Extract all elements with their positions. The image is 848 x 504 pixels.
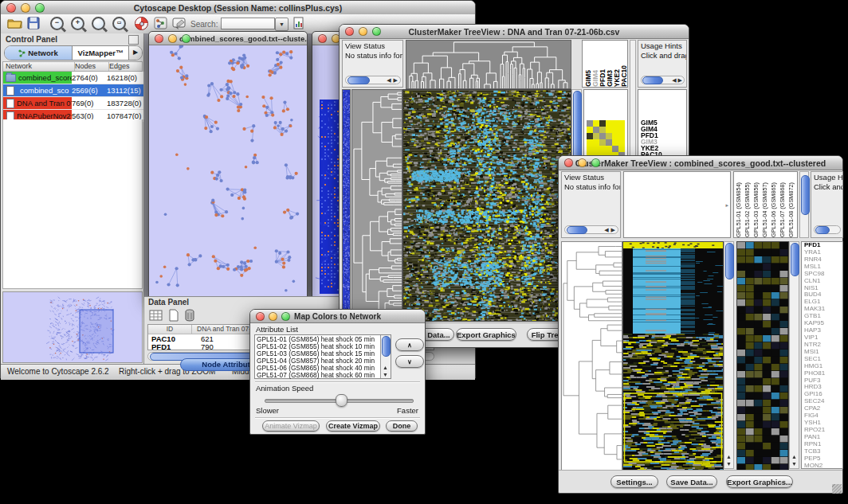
tv2-collabel-scrollbar[interactable] [799,171,809,238]
slider-thumb[interactable] [336,394,347,407]
gene-label[interactable]: CPA2 [804,405,842,412]
gene-label[interactable]: MON2 [804,463,842,469]
tv2-column-label[interactable]: GPL51-02 (GSM855) [744,182,752,237]
save-session-icon[interactable] [27,17,43,31]
tv2-zoom-heatmap[interactable] [736,241,789,471]
tv1-column-label[interactable]: PAC10 [620,65,627,87]
treeview2-titlebar[interactable]: ClusterMaker TreeView : combined_scores_… [559,156,842,170]
move-up-button[interactable]: ∧ [395,338,424,351]
tv2-heatmap-vscrollbar[interactable]: ▲ ▼ [724,241,734,469]
create-vizmap-button[interactable]: Create Vizmap [326,420,380,432]
tv1-column-label[interactable]: PFD1 [599,69,606,87]
export-graphics-button[interactable]: Export Graphics... [726,475,793,488]
gene-label[interactable]: RNR4 [804,256,842,264]
network-overview-icon[interactable] [154,17,170,31]
gene-label[interactable]: HRD3 [804,384,842,391]
gene-label[interactable]: PAN1 [804,434,842,441]
gene-label[interactable]: HMG1 [804,363,842,370]
annotation-icon[interactable] [172,17,188,31]
gene-label[interactable]: YSH1 [804,420,842,427]
dialog-titlebar[interactable]: Map Colors to Network [250,310,425,323]
tv2-column-label[interactable]: GPL51-01 (GSM854) [735,182,744,237]
save-data-button[interactable]: Save Data... [666,475,717,488]
col-header-edges[interactable]: Edges [109,62,142,71]
gene-label[interactable]: GTB1 [804,313,842,320]
zoom-in-icon[interactable]: + [71,17,87,31]
done-button[interactable]: Done [386,420,418,432]
network-row[interactable]: DNA and Tran 07769(0)183728(0) [3,97,143,110]
attribute-list-scrollbar[interactable]: ▲ ▼ [380,335,391,378]
attribute-item[interactable]: GPL51-03 (GSM856) heat shock 15 min [255,350,379,357]
help-icon[interactable] [135,17,151,31]
gene-label[interactable]: SEC24 [804,398,842,405]
animation-speed-slider[interactable] [265,394,412,405]
settings-button[interactable]: Settings... [610,475,658,488]
zoom-button[interactable] [372,27,381,36]
tv1-column-label[interactable]: GIM3 [606,70,613,87]
network-row[interactable]: combined_sco2569(6)13112(15) [3,84,143,97]
zoom-selected-icon[interactable] [92,17,108,31]
tv1-global-overview-strip[interactable] [342,89,351,322]
resize-grip[interactable] [832,484,842,494]
attribute-select-icon[interactable] [149,309,163,325]
gene-label[interactable]: PFD1 [804,242,842,249]
zoom-button[interactable] [591,158,600,167]
gene-label[interactable]: HAP3 [804,327,842,334]
animate-vizmap-button[interactable]: Animate Vizmap [262,420,320,432]
minimize-button[interactable] [21,3,30,13]
treeview1-titlebar[interactable]: ClusterMaker TreeView : DNA and Tran 07-… [340,25,689,39]
attribute-item[interactable]: GPL51-04 (GSM857) heat shock 20 min [255,357,379,365]
close-button[interactable] [318,34,327,43]
attribute-item[interactable]: GPL51-07 (GSM868) heat shock 60 min [255,372,379,379]
zoom-fit-icon[interactable]: ▭ [112,17,128,31]
tv2-column-label[interactable]: GPL51-07 (GSM868) [779,182,787,237]
gene-label[interactable]: KAP95 [804,320,842,327]
zoom-button[interactable] [35,3,45,13]
tv2-zoom-vscrollbar[interactable]: ▲ ▼ [789,241,799,469]
tab-vizmapper[interactable]: VizMapper™ [73,46,128,60]
export-graphics-button[interactable]: Export Graphics... [456,328,516,341]
gene-label[interactable]: PUF3 [804,377,842,385]
gene-label[interactable]: PHO81 [804,370,842,377]
zoom-button[interactable] [281,312,290,321]
tv2-column-label[interactable]: GPL51-03 (GSM856) [752,182,761,237]
gene-label[interactable]: GPI16 [804,391,842,398]
gene-label[interactable]: VIP1 [804,334,842,342]
attribute-item[interactable]: GPL51-01 (GSM854) heat shock 05 min [255,336,379,343]
minimize-button[interactable] [359,27,367,36]
gene-label[interactable]: CLN1 [804,278,842,285]
gene-label[interactable]: YRA1 [804,249,842,256]
gene-label[interactable]: SEC1 [804,356,842,363]
tab-network[interactable]: Network [5,46,73,60]
float-panel-icon[interactable] [128,35,139,45]
attribute-item[interactable]: GPL51-02 (GSM855) heat shock 10 min [255,343,379,350]
table-header-id[interactable]: ID [148,325,192,334]
close-button[interactable] [256,312,265,321]
network-overview-canvas[interactable] [3,292,142,362]
gene-label[interactable]: TCB3 [804,448,842,455]
report-icon[interactable] [292,17,308,31]
tv1-heatmap[interactable] [402,89,571,322]
network-window-1-titlebar[interactable]: combined_scores_good.txt--cluste... [149,32,307,45]
close-button[interactable] [155,34,163,43]
tv2-row-dendrogram[interactable] [561,241,622,471]
gene-label[interactable]: ELG1 [804,299,842,306]
network-overview-panel[interactable] [2,291,143,363]
minimize-button[interactable] [269,312,277,321]
close-button[interactable] [6,3,16,13]
attribute-item[interactable]: GPL51-06 (GSM865) heat shock 40 min [255,365,379,372]
gene-label[interactable]: RPO21 [804,427,842,434]
tv1-row-dendrogram[interactable] [351,89,402,322]
close-button[interactable] [345,27,354,36]
new-attribute-icon[interactable] [168,309,179,325]
col-header-network[interactable]: Network [3,62,75,71]
search-input[interactable] [221,18,275,29]
gene-label[interactable]: MSI1 [804,349,842,356]
tv2-heatmap[interactable] [622,241,724,471]
gene-label[interactable]: BUD4 [804,291,842,299]
tv2-column-label[interactable]: GPL51-06 (GSM865) [770,182,779,237]
gene-label[interactable]: MSL1 [804,264,842,271]
minimize-button[interactable] [578,158,587,167]
col-header-nodes[interactable]: Nodes [75,62,109,71]
view-status-scrollbar[interactable]: ◀▶ [345,76,401,84]
